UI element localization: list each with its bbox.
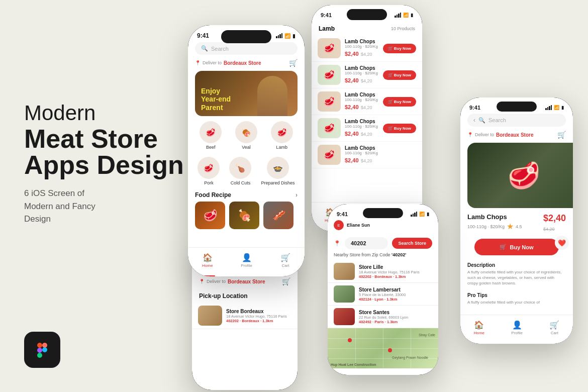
home-icon-detail: 🏠 [474, 320, 484, 330]
pork-icon: 🥩 [198, 157, 220, 179]
status-icons-lamb: 📶 ▮ [395, 13, 413, 18]
pickup-store-name: Store Bordeaux [226, 309, 291, 314]
tab-cart-label: Cart [281, 263, 289, 268]
location-icon-detail: 📍 [467, 132, 473, 137]
product-info-1: Lamb Chops 100-110g · $20/Kg $2,40 $4,20 [345, 39, 379, 58]
pickup-store-addr: 18 Avenue Victor Hugo, 75116 Paris [226, 314, 291, 319]
detail-name-row: Lamb Chops 100-110g · $20/Kg ★ 4.5 $2,40… [460, 208, 573, 235]
battery-icon-detail: ▮ [561, 105, 564, 110]
veal-icon: 🍖 [235, 121, 257, 143]
search-bar-detail[interactable]: ‹ 🔍 Search [467, 114, 566, 127]
store-lille-name: Store Lille [359, 264, 432, 270]
product-item-1: 🥩 Lamb Chops 100-110g · $20/Kg $2,40 $4,… [312, 35, 422, 62]
veal-label: Veal [242, 145, 251, 150]
buy-btn-1[interactable]: 🛒 Buy Now [383, 44, 416, 53]
product-weight-2: 100-110g · $20/Kg [345, 71, 379, 75]
buy-btn-2[interactable]: 🛒 Buy Now [383, 70, 416, 80]
product-price-1: $2,40 $4,20 [345, 49, 379, 58]
status-icons-store: 📶 ▮ [411, 212, 429, 217]
store-lambersart-info: Store Lambersart 5 Place de la Liberté, … [359, 287, 432, 302]
phone-notch-store [363, 208, 403, 218]
product-price-3: $2,40 $4,20 [345, 102, 379, 111]
pro-tips-title: Pro Tips [467, 292, 566, 298]
desc-title: Description [467, 262, 566, 268]
wifi-icon-store: 📶 [419, 212, 425, 217]
search-store-btn[interactable]: Search Store [392, 238, 432, 249]
figma-badge [24, 332, 60, 368]
category-cold-cuts[interactable]: 🍗 Cold Cuts [229, 157, 251, 185]
category-lamb[interactable]: 🥩 Lamb [271, 121, 293, 150]
status-icons-detail: 📶 ▮ [545, 105, 564, 110]
tab-cart-detail[interactable]: 🛒 Cart [549, 320, 559, 335]
store-santes-dist: 402492 · Paris · 1.3km [359, 320, 432, 324]
search-bar[interactable]: 🔍 Search [195, 42, 298, 55]
svg-rect-2 [37, 348, 42, 353]
category-beef[interactable]: 🥩 Beef [200, 121, 222, 150]
promo-banner: EnjoyYear-endParent [195, 71, 298, 116]
category-veal[interactable]: 🍖 Veal [235, 121, 257, 150]
category-prepared[interactable]: 🍲 Prepared Dishes [261, 157, 295, 185]
signal-icon-lamb [395, 13, 401, 18]
buy-now-btn[interactable]: 🛒 Buy Now [474, 239, 559, 255]
lamb-header: Lamb 10 Products [312, 21, 422, 35]
location-icon: 📍 [195, 60, 201, 65]
tab-profile-label: Profile [241, 263, 252, 268]
zip-input[interactable]: 40202 [345, 237, 388, 249]
product-item-3: 🥩 Lamb Chops 100-110g · $20/Kg $2,40 $4,… [312, 88, 422, 115]
category-pork[interactable]: 🥩 Pork [198, 157, 220, 185]
active-indicator [200, 275, 215, 276]
user-avatar: E [334, 220, 344, 230]
tab-home-detail[interactable]: 🏠 Home [474, 320, 484, 335]
tab-profile[interactable]: 👤 Profile [241, 253, 252, 268]
tab-cart-label-detail: Cart [551, 331, 558, 335]
signal-icon-store [411, 212, 417, 217]
wifi-icon-lamb: 📶 [403, 13, 409, 18]
store-santes-info: Store Santes 22 Rue du Soleil, 69003 Lyo… [359, 310, 432, 324]
beef-icon: 🥩 [200, 121, 222, 143]
battery-icon-lamb: ▮ [411, 13, 413, 18]
wifi-icon: 📶 [284, 33, 290, 39]
phone-store-screen: 9:41 📶 ▮ E Eliane Sun 📍 40202 Search Sto… [328, 204, 438, 375]
recipe-thumb-3: 🥓 [263, 202, 293, 229]
product-info-4: Lamb Chops 100-110g · $20/Kg $2,40 $4,20 [345, 119, 379, 138]
phone-notch-lamb [347, 9, 387, 20]
store-lille-dist: 402202 · Bordeaux · 1.3km [359, 274, 432, 279]
hero-text: Modern Meat Store Apps Design 6 iOS Scre… [24, 101, 195, 226]
detail-meta: 100-110g · $20/Kg ★ 4.5 [467, 222, 522, 231]
map-label-1: Hup Huat Lee Construction [331, 363, 376, 366]
phone-detail: 9:41 📶 ▮ ‹ 🔍 Search 📍 Deliver to Bordeau… [460, 97, 573, 344]
tab-bar-detail: 🏠 Home 👤 Profile 🛒 Cart [460, 315, 573, 344]
lamb-count: 10 Products [391, 26, 415, 31]
search-placeholder: Search [211, 46, 229, 52]
tab-home[interactable]: 🏠 Home [202, 253, 213, 268]
tab-bar: 🏠 Home 👤 Profile 🛒 Cart [188, 247, 305, 276]
tab-profile-label-detail: Profile [511, 331, 523, 335]
lamb-label: Lamb [276, 145, 287, 150]
categories-row-2: 🥩 Pork 🍗 Cold Cuts 🍲 Prepared Dishes [188, 157, 305, 188]
product-weight-5: 100-110g · $20/Kg [345, 151, 416, 155]
detail-product-name: Lamb Chops [467, 213, 522, 221]
product-info-3: Lamb Chops 100-110g · $20/Kg $2,40 $4,20 [345, 92, 379, 111]
buy-btn-3[interactable]: 🛒 Buy Now [383, 97, 416, 107]
product-img-5: 🥩 [318, 145, 341, 165]
store-lille-info: Store Lille 18 Avenue Victor Hugo, 75116… [359, 264, 432, 279]
chevron-right-icon: › [296, 191, 298, 199]
back-icon-detail[interactable]: ‹ [473, 117, 475, 124]
prepared-label: Prepared Dishes [261, 180, 295, 185]
phone-home-screen: 9:41 📶 ▮ 🔍 Search 📍 Deliver to Bordeaux … [188, 25, 305, 276]
search-icon-detail: 🔍 [478, 117, 485, 124]
search-placeholder-detail: Search [488, 117, 506, 123]
store-lambersart-img [334, 285, 355, 303]
tab-cart[interactable]: 🛒 Cart [280, 253, 290, 268]
product-info-5: Lamb Chops 100-110g · $20/Kg $2,40 $4,20 [345, 145, 416, 164]
buy-btn-4[interactable]: 🛒 Buy Now [383, 124, 416, 133]
store-lambersart-addr: 5 Place de la Liberté, 33000 [359, 292, 432, 297]
phone-notch [221, 30, 271, 43]
product-name-2: Lamb Chops [345, 65, 379, 71]
product-weight-3: 100-110g · $20/Kg [345, 97, 379, 102]
heart-btn[interactable]: ❤️ [555, 236, 569, 250]
cart-icon-detail-tab: 🛒 [549, 320, 559, 330]
product-weight-1: 100-110g · $20/Kg [345, 44, 379, 49]
wifi-icon-detail: 📶 [554, 105, 559, 110]
tab-profile-detail[interactable]: 👤 Profile [511, 320, 523, 335]
